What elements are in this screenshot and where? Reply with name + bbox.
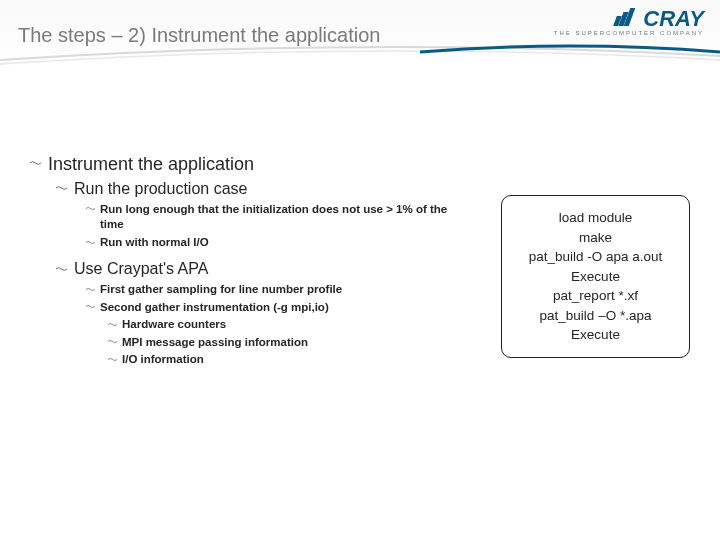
header-swoosh-icon (0, 42, 720, 72)
command-card: load module make pat_build -O apa a.out … (501, 195, 690, 358)
bullet-l3: Run with normal I/O (86, 235, 460, 251)
bullet-l3: Run long enough that the initialization … (86, 202, 460, 233)
bullet-l2: Run the production case (56, 178, 460, 200)
bullet-l2: Use Craypat's APA (56, 258, 460, 280)
bullet-l4: Hardware counters (108, 317, 460, 333)
card-line: make (508, 228, 683, 248)
card-line: pat_build –O *.apa (508, 306, 683, 326)
logo-bars-icon (615, 8, 633, 30)
bullet-l3: Second gather instrumentation (-g mpi,io… (86, 300, 460, 316)
header: The steps – 2) Instrument the applicatio… (0, 0, 720, 70)
bullet-l3: First gather sampling for line number pr… (86, 282, 460, 298)
brand-name: CRAY (643, 6, 704, 32)
bullet-l4: MPI message passing information (108, 335, 460, 351)
card-line: load module (508, 208, 683, 228)
bullet-l4: I/O information (108, 352, 460, 368)
slide: The steps – 2) Instrument the applicatio… (0, 0, 720, 540)
card-line: Execute (508, 267, 683, 287)
brand-tagline: THE SUPERCOMPUTER COMPANY (554, 30, 704, 36)
bullet-l1: Instrument the application (30, 152, 460, 176)
card-line: Execute (508, 325, 683, 345)
brand-logo: CRAY THE SUPERCOMPUTER COMPANY (554, 6, 704, 36)
card-line: pat_build -O apa a.out (508, 247, 683, 267)
card-line: pat_report *.xf (508, 286, 683, 306)
content-body: Instrument the application Run the produ… (30, 150, 460, 370)
